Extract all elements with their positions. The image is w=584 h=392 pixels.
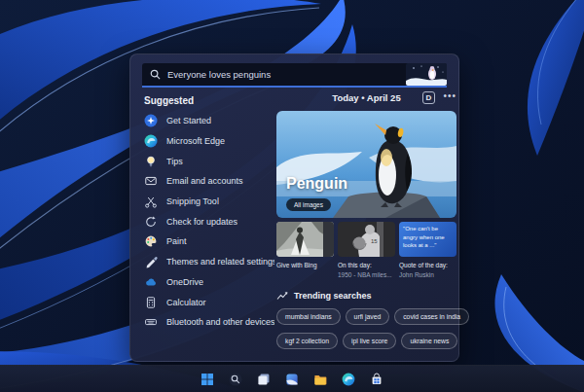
file-explorer-button[interactable] [310, 369, 331, 390]
quote-line: looks at a ..." [403, 241, 453, 250]
suggested-item-label: Paint [166, 236, 187, 246]
search-icon [229, 373, 242, 386]
suggested-item-bluetooth-devices[interactable]: Bluetooth and other devices sett... [144, 312, 274, 333]
taskbar-search-button[interactable] [225, 369, 246, 390]
suggested-heading: Suggested [144, 95, 194, 106]
widgets-icon [285, 373, 299, 386]
search-query-text[interactable]: Everyone loves penguins [167, 69, 406, 80]
daily-header: Today • April 25 D ••• [276, 91, 456, 107]
store-icon [370, 373, 383, 386]
suggested-item-snipping-tool[interactable]: Snipping Tool [144, 192, 274, 212]
card-give-with-bing[interactable]: Give with Bing [276, 222, 334, 279]
trending-chip[interactable]: covid cases in india [394, 308, 469, 325]
search-panel: Everyone loves penguins Suggested [129, 53, 459, 362]
edge-icon [342, 373, 355, 386]
card-caption: Give with Bing [276, 261, 334, 270]
suggested-item-microsoft-edge[interactable]: Microsoft Edge [144, 131, 274, 152]
card-subcaption: 1950 - NBA miles... [338, 270, 395, 279]
on-this-day-photo: 15 [338, 222, 395, 257]
all-images-button[interactable]: All images [286, 198, 331, 211]
widgets-button[interactable] [281, 369, 303, 390]
file-explorer-icon [313, 373, 327, 386]
trending-searches-header: Trending searches [276, 291, 456, 301]
suggested-item-check-updates[interactable]: Check for updates [144, 211, 274, 232]
suggested-item-label: OneDrive [166, 277, 203, 287]
email-icon [144, 174, 158, 188]
suggested-item-email-accounts[interactable]: Email and accounts [144, 171, 274, 192]
calculator-icon [144, 296, 158, 309]
desktop: Everyone loves penguins Suggested [0, 0, 584, 392]
suggested-item-label: Tips [166, 157, 183, 166]
store-button[interactable] [366, 369, 387, 390]
snipping-tool-icon [144, 195, 158, 208]
search-input[interactable]: Everyone loves penguins [142, 63, 447, 88]
trending-searches-title: Trending searches [294, 291, 372, 301]
trending-icon [276, 291, 288, 301]
card-quote-of-the-day[interactable]: "One can't be angry when one looks at a … [399, 222, 456, 279]
give-with-bing-photo [276, 222, 334, 257]
trending-chip[interactable]: urfi javed [346, 308, 390, 325]
suggested-item-tips[interactable]: Tips [144, 151, 274, 171]
onedrive-icon [144, 275, 158, 289]
suggested-item-onedrive[interactable]: OneDrive [144, 272, 274, 293]
task-view-button[interactable] [253, 369, 274, 390]
suggested-item-label: Themes and related settings [166, 257, 274, 267]
suggested-item-label: Email and accounts [166, 176, 243, 186]
taskbar [0, 365, 584, 392]
quote-line: "One can't be [403, 225, 453, 233]
suggested-item-themes[interactable]: Themes and related settings [144, 252, 274, 272]
search-icon [150, 69, 161, 80]
trending-chip[interactable]: mumbai indians [276, 308, 341, 325]
update-icon [144, 215, 158, 229]
penguin-night-illustration [406, 63, 447, 86]
suggested-item-label: Microsoft Edge [166, 136, 225, 146]
start-button[interactable] [197, 369, 218, 390]
windows-icon [201, 373, 214, 386]
quote-line: angry when one [403, 233, 453, 242]
suggested-item-calculator[interactable]: Calculator [144, 292, 274, 312]
suggested-item-label: Snipping Tool [166, 196, 219, 206]
trending-chip[interactable]: ukraine news [401, 333, 457, 349]
edge-button[interactable] [338, 369, 359, 390]
hero-image-card[interactable]: Penguin All images [276, 111, 456, 218]
card-caption: On this day: [338, 261, 395, 270]
suggested-item-paint[interactable]: Paint [144, 232, 274, 252]
suggested-item-label: Get Started [166, 116, 211, 125]
suggested-item-label: Calculator [166, 298, 206, 307]
d-badge-button[interactable]: D [422, 91, 435, 104]
card-on-this-day[interactable]: 15 On this day: 1950 - NBA miles... [338, 222, 395, 279]
suggested-item-label: Check for updates [166, 217, 237, 227]
trending-chip-row-2: kgf 2 collection ipl live score ukraine … [276, 333, 456, 349]
bluetooth-devices-icon [144, 315, 158, 329]
suggested-list: Get Started Microsoft Edge [144, 111, 274, 333]
quote-text-block: "One can't be angry when one looks at a … [399, 222, 456, 257]
card-caption: Quote of the day: [399, 261, 456, 270]
trending-chip[interactable]: kgf 2 collection [276, 333, 338, 349]
get-started-icon [144, 114, 158, 127]
suggested-item-get-started[interactable]: Get Started [144, 111, 274, 131]
svg-text:15: 15 [371, 238, 378, 244]
edge-icon [144, 134, 158, 148]
trending-chip[interactable]: ipl live score [343, 333, 396, 349]
daily-content-column: Today • April 25 D ••• [276, 91, 456, 349]
tips-icon [144, 155, 158, 168]
trending-chip-row-1: mumbai indians urfi javed covid cases in… [276, 308, 456, 325]
hero-title: Penguin [286, 175, 347, 193]
card-subcaption: John Ruskin [399, 270, 456, 279]
daily-cards-row: Give with Bing 15 [276, 222, 456, 279]
more-options-button[interactable]: ••• [443, 90, 456, 101]
today-date-label: Today • April 25 [332, 92, 400, 103]
task-view-icon [257, 373, 271, 386]
paint-icon [144, 234, 158, 248]
suggested-item-label: Bluetooth and other devices sett... [166, 317, 274, 327]
themes-icon [144, 255, 158, 268]
